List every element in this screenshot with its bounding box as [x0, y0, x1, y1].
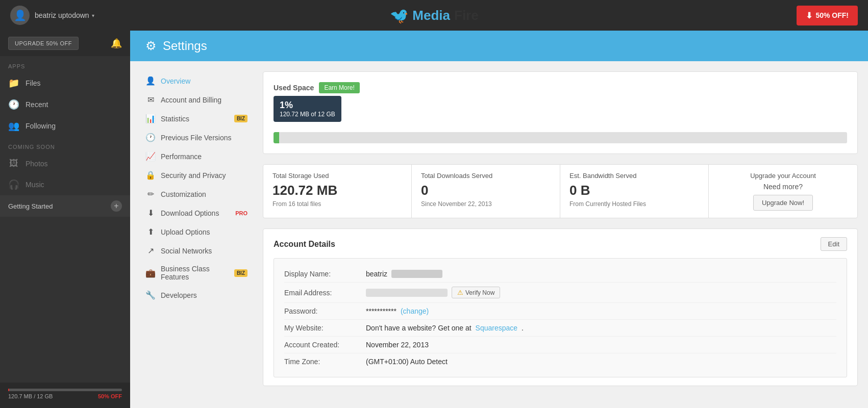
squarespace-link[interactable]: Squarespace: [476, 324, 518, 332]
nav-item-previous-versions[interactable]: 🕐 Previous File Versions: [140, 128, 253, 147]
detail-row-created: Account Created: November 22, 2013: [284, 337, 836, 353]
storage-tooltip: 1% 120.72 MB of 12 GB: [274, 96, 341, 122]
stat-bandwidth-label: Est. Bandwidth Served: [569, 172, 699, 180]
stat-storage-sub: From 16 total files: [272, 200, 402, 208]
nav-download-label: Download Options: [161, 209, 219, 217]
sidebar-music-label: Music: [26, 181, 44, 189]
nav-performance-label: Performance: [161, 152, 202, 161]
nav-item-overview[interactable]: 👤 Overview: [140, 71, 253, 90]
download-options-icon: ⬇: [145, 208, 156, 218]
stats-row: Total Storage Used 120.72 MB From 16 tot…: [263, 164, 858, 218]
email-label: Email Address:: [284, 289, 366, 297]
nav-overview-label: Overview: [161, 77, 190, 85]
name-value: beatriz: [366, 270, 442, 278]
storage-section: Used Space Earn More! 1% 120.72 MB of 12…: [263, 71, 858, 154]
verify-now-button[interactable]: ⚠ Verify Now: [452, 287, 500, 298]
sidebar-recent-label: Recent: [26, 100, 48, 109]
edit-button[interactable]: Edit: [821, 237, 847, 251]
sidebar-bottom: 120.7 MB / 12 GB 50% OFF: [0, 382, 130, 408]
nav-item-account-billing[interactable]: ✉ Account and Billing: [140, 90, 253, 109]
nav-item-security[interactable]: 🔒 Security and Privacy: [140, 166, 253, 185]
upgrade-now-button[interactable]: Upgrade Now!: [753, 195, 813, 211]
music-icon: 🎧: [8, 179, 19, 190]
change-password-link[interactable]: (change): [401, 307, 429, 315]
email-blurred: [366, 289, 448, 297]
stats-icon: 📊: [145, 114, 156, 123]
stat-cell-downloads: Total Downloads Served 0 Since November …: [412, 165, 560, 218]
stat-downloads-value: 0: [421, 183, 551, 198]
account-details-section: Account Details Edit Display Name: beatr…: [263, 228, 858, 386]
password-value: *********** (change): [366, 307, 429, 315]
settings-header: ⚙ Settings: [130, 31, 868, 61]
sidebar-apps-label: APPS: [0, 56, 130, 72]
account-details-title: Account Details: [274, 240, 335, 249]
upload-options-icon: ⬆: [145, 227, 156, 237]
nav-item-developers[interactable]: 🔧 Developers: [140, 286, 253, 304]
sidebar-item-recent[interactable]: 🕐 Recent: [0, 94, 130, 115]
nav-item-business-class[interactable]: 💼 Business Class Features BIZ: [140, 260, 253, 286]
download-pro-badge: PRO: [235, 210, 247, 216]
earn-more-button[interactable]: Earn More!: [319, 82, 359, 93]
warning-icon: ⚠: [457, 289, 463, 296]
download-icon: ⬇: [806, 11, 812, 20]
logo-bird-icon: 🐦: [389, 7, 408, 24]
nav-customization-label: Customization: [161, 190, 206, 198]
nav-stats-label: Statistics: [161, 115, 189, 123]
sidebar: UPGRADE 50% OFF 🔔 APPS 📁 Files 🕐 Recent …: [0, 31, 130, 408]
nav-account-label: Account and Billing: [161, 96, 221, 104]
nav-versions-label: Previous File Versions: [161, 134, 232, 142]
business-biz-badge: BIZ: [234, 269, 247, 277]
username-text: beatriz uptodown: [35, 11, 89, 19]
storage-bar-main: [274, 132, 847, 143]
website-period: .: [522, 324, 524, 332]
storage-info: Used Space Earn More! 1% 120.72 MB of 12…: [274, 82, 360, 124]
security-icon: 🔒: [145, 170, 156, 180]
name-text: beatriz: [366, 270, 387, 278]
stat-downloads-sub: Since November 22, 2013: [421, 200, 551, 208]
sidebar-item-files[interactable]: 📁 Files: [0, 72, 130, 94]
gear-icon: ⚙: [145, 39, 157, 53]
stat-downloads-label: Total Downloads Served: [421, 172, 551, 180]
navbar-left: 👤 beatriz uptodown ▾: [10, 6, 94, 25]
sidebar-top-actions: UPGRADE 50% OFF 🔔: [0, 31, 130, 56]
sidebar-storage-used: 120.7 MB / 12 GB: [8, 393, 53, 399]
storage-label: Used Space: [274, 84, 314, 92]
sidebar-storage-bar-fill: [8, 389, 9, 391]
storage-label-row: Used Space Earn More!: [274, 82, 360, 93]
account-details-table: Display Name: beatriz Email Address:: [274, 258, 847, 377]
storage-percent: 1%: [280, 100, 335, 111]
mediafire-logo[interactable]: 🐦 Settings MediaFire: [389, 7, 478, 24]
website-label: My Website:: [284, 324, 366, 332]
getting-started-bar[interactable]: Getting Started +: [0, 195, 130, 217]
detail-row-email: Email Address: ⚠ Verify Now: [284, 283, 836, 303]
stat-upgrade-label: Upgrade your Account: [750, 172, 816, 180]
following-icon: 👥: [8, 120, 19, 132]
bell-icon[interactable]: 🔔: [111, 38, 122, 49]
nav-item-statistics[interactable]: 📊 Statistics BIZ: [140, 109, 253, 128]
nav-item-upload-options[interactable]: ⬆ Upload Options: [140, 222, 253, 241]
overview-icon: 👤: [145, 76, 156, 86]
stat-bandwidth-value: 0 B: [569, 183, 699, 198]
created-label: Account Created:: [284, 341, 366, 349]
username-dropdown[interactable]: beatriz uptodown ▾: [35, 11, 94, 19]
password-label: Password:: [284, 307, 366, 315]
nav-item-social-networks[interactable]: ↗ Social Networks: [140, 241, 253, 260]
stat-cell-upgrade: Upgrade your Account Need more? Upgrade …: [709, 165, 857, 218]
nav-item-download-options[interactable]: ⬇ Download Options PRO: [140, 203, 253, 222]
files-icon: 📁: [8, 78, 19, 89]
avatar: 👤: [10, 6, 30, 25]
sidebar-item-following[interactable]: 👥 Following: [0, 115, 130, 137]
settings-panel: Used Space Earn More! 1% 120.72 MB of 12…: [263, 71, 858, 386]
email-value: ⚠ Verify Now: [366, 287, 500, 298]
business-icon: 💼: [145, 268, 156, 278]
nav-item-customization[interactable]: ✏ Customization: [140, 185, 253, 203]
social-icon: ↗: [145, 246, 156, 256]
nav-social-label: Social Networks: [161, 247, 212, 255]
promo-button[interactable]: ⬇ 50% OFF!: [797, 6, 858, 26]
account-icon: ✉: [145, 95, 156, 105]
nav-business-label: Business Class Features: [161, 265, 229, 281]
settings-title: Settings: [163, 39, 207, 53]
nav-item-performance[interactable]: 📈 Performance: [140, 147, 253, 166]
upgrade-button[interactable]: UPGRADE 50% OFF: [8, 37, 79, 50]
photos-icon: 🖼: [8, 158, 19, 169]
